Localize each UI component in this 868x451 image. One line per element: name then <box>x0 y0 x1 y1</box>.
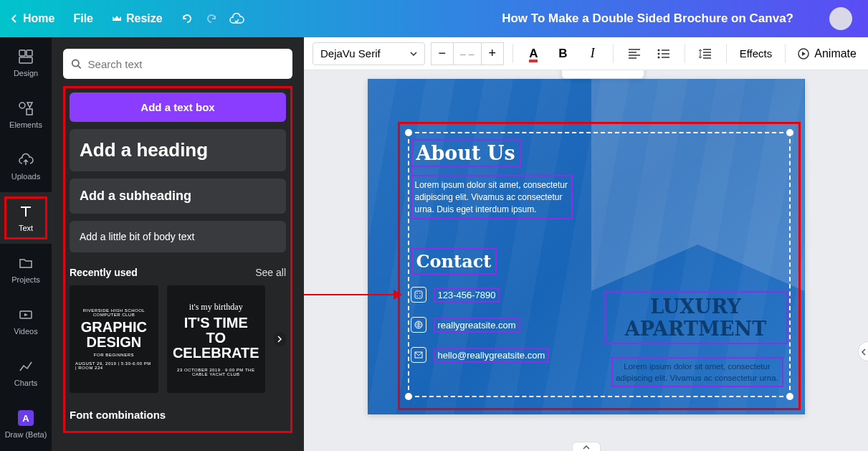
luxury-body-box[interactable]: Lorem ipsum dolor sit amet, consectetur … <box>611 357 783 387</box>
template-thumb-1[interactable]: RIVERSIDE HIGH SCHOOL COMPUTER CLUB GRAP… <box>70 285 158 393</box>
svg-rect-2 <box>19 57 32 63</box>
about-body-box[interactable]: Lorem ipsum dolor sit amet, consectetur … <box>411 175 573 219</box>
add-heading-button[interactable]: Add a heading <box>70 129 286 171</box>
font-size-group: − – – + <box>431 42 504 65</box>
svg-point-8 <box>657 52 659 54</box>
add-subheading-button[interactable]: Add a subheading <box>70 179 286 214</box>
animate-icon <box>797 47 810 60</box>
recently-used-header: Recently used See all <box>70 267 286 278</box>
add-body-text-button[interactable]: Add a little bit of body text <box>70 221 286 252</box>
font-size-value[interactable]: – – <box>454 42 481 65</box>
mail-icon <box>414 350 424 360</box>
contact-phone-row: 123-456-7890 <box>411 287 500 303</box>
chevron-right-icon <box>277 336 282 343</box>
phone-text-box[interactable]: 123-456-7890 <box>434 288 500 303</box>
cloud-icon <box>229 13 244 24</box>
phone-icon <box>414 290 424 300</box>
luxury-heading-box[interactable]: LUXURY APARTMENT <box>604 291 788 344</box>
svg-point-20 <box>419 295 421 297</box>
folder-icon <box>18 255 34 271</box>
contact-heading-box[interactable]: Contact <box>411 248 497 275</box>
recently-used-label: Recently used <box>70 267 138 278</box>
text-color-button[interactable]: A <box>522 42 545 66</box>
about-heading-box[interactable]: About Us <box>411 139 521 167</box>
redo-button[interactable] <box>204 11 219 26</box>
home-button[interactable]: Home <box>10 12 54 25</box>
elements-icon <box>18 100 34 116</box>
more-button[interactable] <box>619 70 638 73</box>
template-thumbs: RIVERSIDE HIGH SCHOOL COMPUTER CLUB GRAP… <box>70 285 286 393</box>
chevron-down-icon <box>410 52 417 56</box>
top-bar: Home File Resize How To Make a Double Si… <box>0 0 868 37</box>
resize-menu[interactable]: Resize <box>112 12 163 25</box>
rail-design[interactable]: Design <box>0 37 52 89</box>
rail-videos[interactable]: Videos <box>0 295 52 347</box>
animate-button[interactable]: Animate <box>794 42 859 66</box>
globe-icon <box>414 320 424 330</box>
selection-handle-tr[interactable] <box>786 129 793 136</box>
selection-handle-tl[interactable] <box>405 129 412 136</box>
font-family-select[interactable]: DejaVu Serif <box>313 42 425 65</box>
template-thumb-2[interactable]: it's my birthday IT'S TIME TO CELEBRATE … <box>167 285 265 393</box>
font-size-decrease[interactable]: − <box>431 42 454 65</box>
svg-rect-1 <box>27 50 32 56</box>
selection-handle-bl[interactable] <box>405 393 412 400</box>
chevron-left-icon <box>10 14 19 23</box>
duplicate-button[interactable] <box>568 70 586 73</box>
cloud-sync-button[interactable] <box>229 13 244 24</box>
list-icon <box>657 49 670 59</box>
rail-text[interactable]: Text <box>0 192 52 244</box>
phone-icon-box[interactable] <box>411 287 426 303</box>
left-rail: Design Elements Uploads Text Projects Vi… <box>0 37 52 451</box>
text-toolbar: DejaVu Serif − – – + A B I Effects Anima… <box>304 37 868 70</box>
video-icon <box>18 307 34 323</box>
thumbs-next-button[interactable] <box>274 332 286 346</box>
document-title[interactable]: How To Make a Double Sided Brochure on C… <box>502 11 829 26</box>
bold-button[interactable]: B <box>551 42 575 66</box>
font-size-increase[interactable]: + <box>481 42 504 65</box>
redo-icon <box>204 11 219 26</box>
svg-point-9 <box>657 56 659 58</box>
svg-point-6 <box>72 60 79 66</box>
delete-button[interactable] <box>593 70 612 73</box>
charts-icon <box>18 359 34 374</box>
add-text-box-button[interactable]: Add a text box <box>70 92 286 122</box>
alignment-button[interactable] <box>622 42 646 66</box>
see-all-link[interactable]: See all <box>255 267 286 278</box>
contact-web-row: reallygreatsite.com <box>411 317 520 333</box>
website-text-box[interactable]: reallygreatsite.com <box>434 318 520 333</box>
text-icon <box>18 204 34 219</box>
rail-elements[interactable]: Elements <box>0 89 52 141</box>
selection-handle-br[interactable] <box>786 393 793 400</box>
undo-icon <box>180 11 194 26</box>
page-expand-tab[interactable] <box>572 442 601 451</box>
effects-button[interactable]: Effects <box>735 47 777 60</box>
svg-point-18 <box>419 293 421 294</box>
mail-icon-box[interactable] <box>411 347 426 363</box>
design-icon <box>18 49 34 65</box>
rail-uploads[interactable]: Uploads <box>0 141 52 192</box>
search-input[interactable] <box>88 58 285 70</box>
undo-button[interactable] <box>180 11 194 26</box>
svg-rect-4 <box>27 109 32 115</box>
file-menu[interactable]: File <box>73 12 93 25</box>
rail-charts[interactable]: Charts <box>0 347 52 399</box>
spacing-icon <box>699 48 712 60</box>
align-icon <box>628 49 641 59</box>
globe-icon-box[interactable] <box>411 317 426 333</box>
rail-draw[interactable]: A Draw (Beta) <box>0 399 52 450</box>
list-button[interactable] <box>652 42 675 66</box>
text-color-icon: A <box>529 47 538 61</box>
help-peek-button[interactable] <box>858 341 868 361</box>
rail-projects[interactable]: Projects <box>0 244 52 295</box>
email-text-box[interactable]: hello@reallygreatsite.com <box>434 348 550 363</box>
spacing-button[interactable] <box>694 42 717 66</box>
italic-button[interactable]: I <box>581 42 604 66</box>
workspace[interactable]: About Us Lorem ipsum dolor sit amet, con… <box>304 70 868 451</box>
chevron-left-icon <box>859 342 868 362</box>
design-canvas[interactable]: About Us Lorem ipsum dolor sit amet, con… <box>368 79 805 414</box>
svg-point-3 <box>19 103 25 108</box>
crown-icon <box>112 14 122 24</box>
user-avatar[interactable] <box>829 7 852 30</box>
annotation-arrow-head <box>394 290 402 300</box>
